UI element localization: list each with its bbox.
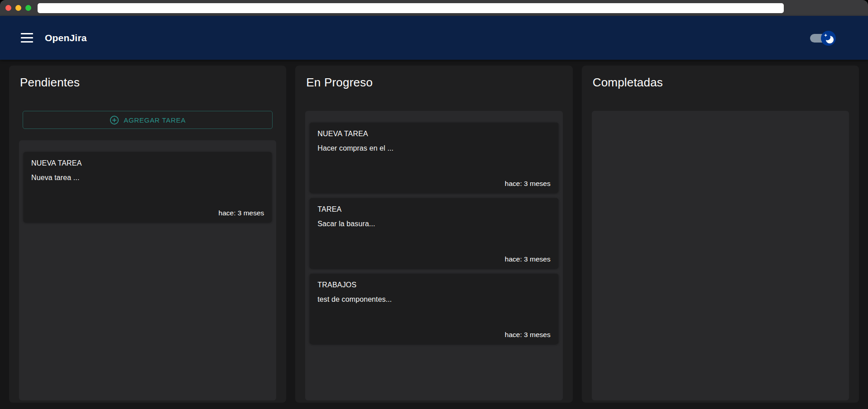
task-card-description: Hacer compras en el ... [317,144,550,152]
browser-window: OpenJira Pendientes AGREGAR TAREA NU [0,0,868,409]
task-card-description: test de componentes... [317,295,550,304]
hamburger-menu-icon[interactable] [21,33,34,43]
moon-icon [821,31,836,46]
task-card-age: hace: 3 meses [505,331,551,339]
app-navbar: OpenJira [0,16,868,60]
task-card-age: hace: 3 meses [219,209,264,217]
column-title: Completadas [593,76,849,89]
column-title: Pendientes [20,76,276,89]
board-column: Completadas [582,66,859,403]
task-card-age: hace: 3 meses [505,255,551,263]
task-card[interactable]: NUEVA TAREA Nueva tarea ... hace: 3 mese… [24,152,272,222]
task-card-age: hace: 3 meses [505,180,551,188]
board-column: En Progreso NUEVA TAREA Hacer compras en… [295,66,572,403]
add-task-button[interactable]: AGREGAR TAREA [23,111,273,129]
minimize-window-button[interactable] [15,5,21,11]
task-card-description: Sacar la basura... [317,220,550,228]
close-window-button[interactable] [5,5,11,11]
kanban-board: Pendientes AGREGAR TAREA NUEVA TAREA Nue… [0,60,868,409]
card-drop-area[interactable] [592,111,849,400]
card-drop-area[interactable]: NUEVA TAREA Hacer compras en el ... hace… [305,111,562,400]
maximize-window-button[interactable] [25,5,31,11]
task-card[interactable]: TRABAJOS test de componentes... hace: 3 … [310,274,558,344]
task-card[interactable]: TAREA Sacar la basura... hace: 3 meses [310,198,558,268]
task-card[interactable]: NUEVA TAREA Hacer compras en el ... hace… [310,123,558,193]
address-bar-input[interactable] [38,3,784,13]
add-task-button-label: AGREGAR TAREA [124,116,186,124]
task-card-title: TAREA [317,205,550,214]
traffic-lights [5,5,31,11]
dark-mode-toggle[interactable] [809,30,836,46]
task-card-title: TRABAJOS [317,281,550,289]
task-card-title: NUEVA TAREA [317,130,550,138]
task-card-description: Nueva tarea ... [31,174,264,182]
add-circle-outline-icon [110,115,119,125]
board-column: Pendientes AGREGAR TAREA NUEVA TAREA Nue… [9,66,286,403]
card-drop-area[interactable]: NUEVA TAREA Nueva tarea ... hace: 3 mese… [19,140,276,400]
task-card-title: NUEVA TAREA [31,159,264,167]
column-title: En Progreso [306,76,562,89]
browser-chrome-bar [0,0,868,16]
app-title: OpenJira [45,33,87,43]
